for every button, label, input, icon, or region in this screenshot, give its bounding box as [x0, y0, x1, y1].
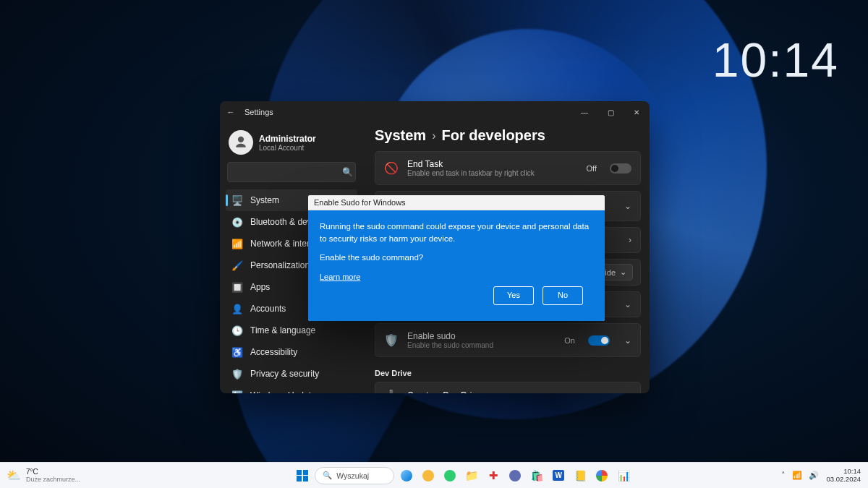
weather-icon: ⛅: [6, 468, 22, 484]
sidebar-item-windows-update[interactable]: 🔄Windows Update: [226, 385, 357, 393]
chevron-down-icon: ⌄: [624, 335, 631, 346]
card-title: End Task: [407, 159, 578, 169]
wifi-icon[interactable]: 📶: [792, 471, 802, 480]
taskbar-app-6[interactable]: 🛍️: [527, 466, 546, 485]
toggle-state: On: [564, 336, 575, 345]
block-icon: 🚫: [384, 161, 399, 176]
breadcrumb-root[interactable]: System: [375, 127, 426, 144]
nav-label: Windows Update: [250, 390, 316, 393]
card-subtitle: Enable the sudo command: [407, 341, 556, 349]
dialog-title: Enable Sudo for Windows: [308, 195, 605, 210]
nav-label: Privacy & security: [250, 369, 319, 379]
nav-icon: ♿: [231, 346, 243, 358]
nav-label: Personalization: [250, 260, 310, 270]
dialog-body-text: Running the sudo command could expose yo…: [320, 221, 593, 244]
task-view-button[interactable]: [397, 466, 416, 485]
taskbar-app-4[interactable]: ✚: [484, 466, 503, 485]
toggle-state: Off: [587, 164, 597, 173]
shield-icon: 🛡️: [384, 333, 399, 348]
chevron-right-icon: ›: [629, 235, 631, 245]
taskbar-app-8[interactable]: 📒: [571, 466, 590, 485]
avatar: [229, 130, 253, 155]
taskbar-clock[interactable]: 10:14 03.02.2024: [826, 468, 861, 483]
end-task-card[interactable]: 🚫 End Task Enable end task in taskbar by…: [375, 151, 641, 185]
taskbar-app-2[interactable]: [441, 466, 459, 485]
breadcrumb-page: For developers: [441, 127, 545, 144]
chevron-down-icon: ⌄: [620, 267, 626, 277]
taskbar-time: 10:14: [826, 468, 861, 475]
volume-icon[interactable]: 🔊: [809, 471, 819, 480]
desktop-clock: 10:14: [712, 33, 839, 87]
taskbar-app-9[interactable]: [592, 466, 611, 485]
sudo-toggle[interactable]: [588, 335, 610, 346]
taskbar-app-7[interactable]: W: [549, 466, 568, 485]
chevron-down-icon: ⌄: [624, 299, 631, 309]
search-icon: 🔍: [323, 471, 332, 480]
nav-icon: 📶: [231, 238, 243, 249]
nav-icon: 👤: [231, 303, 243, 314]
sidebar-item-privacy-security[interactable]: 🛡️Privacy & security: [226, 363, 357, 385]
user-account-row[interactable]: Administrator Local Account: [223, 126, 360, 162]
nav-icon: 🕒: [231, 325, 243, 336]
nav-icon: 🔲: [231, 281, 243, 293]
settings-search[interactable]: 🔍: [227, 162, 356, 182]
nav-icon: 💿: [231, 216, 243, 228]
card-title: Create a Dev Drive: [407, 390, 631, 393]
nav-icon: 🔄: [231, 390, 243, 393]
window-minimize-button[interactable]: —: [571, 101, 597, 123]
user-name: Administrator: [259, 134, 316, 144]
window-close-button[interactable]: ✕: [624, 101, 650, 123]
weather-temp: 7°C: [26, 468, 80, 476]
sidebar-item-accessibility[interactable]: ♿Accessibility: [226, 341, 357, 363]
plus-icon: ➕: [384, 388, 399, 393]
system-tray[interactable]: ˄ 📶 🔊: [781, 471, 819, 480]
window-maximize-button[interactable]: ▢: [597, 101, 624, 123]
nav-icon: 🛡️: [231, 368, 243, 380]
learn-more-link[interactable]: Learn more: [320, 273, 360, 281]
nav-label: Apps: [250, 282, 270, 292]
window-titlebar: ← Settings — ▢ ✕: [220, 101, 650, 123]
taskbar-date: 03.02.2024: [826, 476, 861, 483]
start-button[interactable]: [293, 466, 312, 485]
weather-condition: Duże zachmurze...: [26, 476, 80, 483]
windows-logo-icon: [297, 470, 308, 481]
create-dev-drive-card[interactable]: ➕ Create a Dev Drive: [375, 382, 641, 393]
taskbar-search-label: Wyszukaj: [336, 471, 369, 480]
window-title: Settings: [242, 108, 571, 116]
user-account-type: Local Account: [259, 144, 316, 152]
card-title: Enable sudo: [407, 331, 556, 341]
weather-widget[interactable]: ⛅ 7°C Duże zachmurze...: [6, 468, 80, 484]
nav-label: System: [250, 195, 279, 205]
no-button[interactable]: No: [542, 286, 583, 305]
taskbar-app-1[interactable]: [419, 466, 438, 485]
nav-label: Time & language: [250, 325, 315, 335]
sidebar-item-time-language[interactable]: 🕒Time & language: [226, 320, 357, 341]
chevron-right-icon: ›: [432, 129, 435, 142]
enable-sudo-card[interactable]: 🛡️ Enable sudo Enable the sudo command O…: [375, 323, 641, 357]
yes-button[interactable]: Yes: [493, 286, 534, 305]
dev-drive-section: Dev Drive: [375, 363, 641, 382]
end-task-toggle[interactable]: [610, 163, 631, 174]
chevron-up-icon[interactable]: ˄: [781, 471, 786, 480]
taskbar-app-5[interactable]: [506, 466, 524, 485]
card-subtitle: Enable end task in taskbar by right clic…: [407, 169, 578, 177]
taskbar-app-10[interactable]: 📊: [614, 466, 633, 485]
nav-label: Accessibility: [250, 347, 297, 357]
search-icon: 🔍: [339, 167, 355, 177]
enable-sudo-dialog: Enable Sudo for Windows Running the sudo…: [308, 195, 605, 321]
taskbar-search[interactable]: 🔍 Wyszukaj: [315, 467, 394, 484]
breadcrumb: System › For developers: [375, 123, 641, 151]
taskbar: ⛅ 7°C Duże zachmurze... 🔍 Wyszukaj 📁 ✚ 🛍…: [0, 462, 868, 488]
nav-icon: 🖌️: [231, 260, 243, 271]
nav-label: Network & intern: [250, 239, 315, 249]
search-input[interactable]: [228, 168, 339, 176]
nav-label: Bluetooth & dev: [250, 217, 312, 227]
taskbar-app-3[interactable]: 📁: [462, 466, 481, 485]
nav-icon: 🖥️: [231, 194, 243, 206]
dialog-question: Enable the sudo command?: [320, 252, 593, 264]
nav-label: Accounts: [250, 304, 286, 314]
chevron-down-icon: ⌄: [624, 201, 631, 211]
back-button[interactable]: ←: [220, 108, 242, 116]
